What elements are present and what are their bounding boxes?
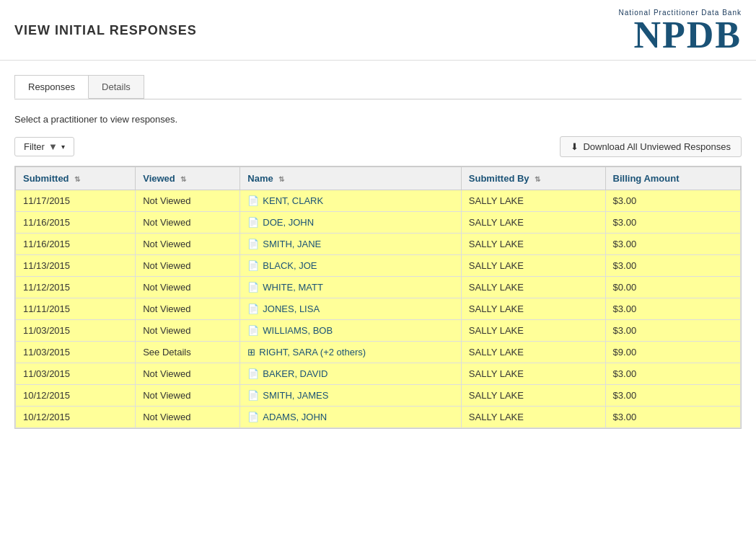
name-link[interactable]: 📄WILLIAMS, BOB — [247, 325, 453, 336]
filter-label: Filter — [24, 141, 45, 152]
download-label: Download All Unviewed Responses — [583, 141, 731, 152]
filter-button[interactable]: Filter ▼ ▾ — [14, 137, 74, 156]
cell-billing-amount: $3.00 — [605, 363, 740, 385]
cell-submitted: 11/03/2015 — [16, 342, 136, 363]
sort-viewed-icon: ⇅ — [180, 175, 186, 183]
npdb-big-text: NPDB — [633, 14, 742, 56]
col-submitted[interactable]: Submitted ⇅ — [16, 167, 136, 190]
cell-name[interactable]: 📄KENT, CLARK — [240, 190, 461, 212]
table-row[interactable]: 11/17/2015Not Viewed📄KENT, CLARKSALLY LA… — [16, 190, 741, 212]
cell-billing-amount: $3.00 — [605, 234, 740, 255]
cell-name[interactable]: 📄WHITE, MATT — [240, 277, 461, 298]
cell-billing-amount: $3.00 — [605, 255, 740, 277]
sort-submitted-icon: ⇅ — [74, 175, 80, 183]
name-link[interactable]: 📄BLACK, JOE — [247, 260, 453, 271]
cell-viewed: Not Viewed — [136, 320, 240, 342]
name-link[interactable]: 📄BAKER, DAVID — [247, 368, 453, 379]
cell-viewed: Not Viewed — [136, 363, 240, 385]
col-viewed[interactable]: Viewed ⇅ — [136, 167, 240, 190]
doc-icon: 📄 — [247, 303, 259, 314]
table-row[interactable]: 11/03/2015Not Viewed📄WILLIAMS, BOBSALLY … — [16, 320, 741, 342]
col-billing-amount[interactable]: Billing Amount — [605, 167, 740, 190]
cell-viewed: Not Viewed — [136, 255, 240, 277]
name-text: WILLIAMS, BOB — [263, 325, 333, 336]
cell-submitted-by: SALLY LAKE — [461, 385, 605, 407]
table-row[interactable]: 10/12/2015Not Viewed📄ADAMS, JOHNSALLY LA… — [16, 407, 741, 428]
table-row[interactable]: 11/12/2015Not Viewed📄WHITE, MATTSALLY LA… — [16, 277, 741, 298]
col-name[interactable]: Name ⇅ — [240, 167, 461, 190]
cell-billing-amount: $3.00 — [605, 298, 740, 320]
cell-submitted: 11/16/2015 — [16, 212, 136, 234]
cell-submitted: 11/17/2015 — [16, 190, 136, 212]
cell-name[interactable]: 📄SMITH, JANE — [240, 234, 461, 255]
name-text: JONES, LISA — [263, 303, 320, 314]
name-link[interactable]: ⊞RIGHT, SARA (+2 others) — [247, 347, 453, 358]
doc-icon: 📄 — [247, 282, 259, 293]
cell-viewed: Not Viewed — [136, 407, 240, 428]
doc-icon: 📄 — [247, 217, 259, 228]
table-row[interactable]: 11/03/2015Not Viewed📄BAKER, DAVIDSALLY L… — [16, 363, 741, 385]
name-link[interactable]: 📄SMITH, JAMES — [247, 390, 453, 401]
cell-name[interactable]: 📄BAKER, DAVID — [240, 363, 461, 385]
cell-submitted-by: SALLY LAKE — [461, 234, 605, 255]
table-row[interactable]: 11/13/2015Not Viewed📄BLACK, JOESALLY LAK… — [16, 255, 741, 277]
name-text: WHITE, MATT — [263, 282, 323, 293]
cell-viewed: Not Viewed — [136, 277, 240, 298]
table-row[interactable]: 11/16/2015Not Viewed📄DOE, JOHNSALLY LAKE… — [16, 212, 741, 234]
cell-viewed: Not Viewed — [136, 298, 240, 320]
cell-name[interactable]: 📄DOE, JOHN — [240, 212, 461, 234]
name-link[interactable]: 📄KENT, CLARK — [247, 195, 453, 206]
expand-icon: ⊞ — [247, 347, 255, 358]
cell-submitted: 11/12/2015 — [16, 277, 136, 298]
cell-name[interactable]: ⊞RIGHT, SARA (+2 others) — [240, 342, 461, 363]
instructions-text: Select a practitioner to view responses. — [14, 114, 742, 125]
cell-billing-amount: $0.00 — [605, 277, 740, 298]
caret-icon: ▾ — [61, 143, 65, 151]
name-link[interactable]: 📄DOE, JOHN — [247, 217, 453, 228]
cell-submitted-by: SALLY LAKE — [461, 320, 605, 342]
filter-icon: ▼ — [48, 141, 58, 152]
cell-viewed: Not Viewed — [136, 212, 240, 234]
cell-billing-amount: $3.00 — [605, 190, 740, 212]
cell-name[interactable]: 📄WILLIAMS, BOB — [240, 320, 461, 342]
page-title: VIEW INITIAL RESPONSES — [14, 9, 197, 38]
table-row[interactable]: 11/16/2015Not Viewed📄SMITH, JANESALLY LA… — [16, 234, 741, 255]
responses-table-wrapper[interactable]: Submitted ⇅ Viewed ⇅ Name ⇅ Submitted By… — [14, 166, 742, 429]
table-row[interactable]: 11/03/2015See Details⊞RIGHT, SARA (+2 ot… — [16, 342, 741, 363]
doc-icon: 📄 — [247, 239, 259, 249]
cell-viewed: Not Viewed — [136, 385, 240, 407]
tab-details[interactable]: Details — [88, 75, 144, 99]
cell-name[interactable]: 📄BLACK, JOE — [240, 255, 461, 277]
name-text: SMITH, JANE — [263, 239, 321, 249]
cell-billing-amount: $3.00 — [605, 212, 740, 234]
col-submitted-by[interactable]: Submitted By ⇅ — [461, 167, 605, 190]
name-link[interactable]: 📄WHITE, MATT — [247, 282, 453, 293]
cell-submitted: 11/03/2015 — [16, 320, 136, 342]
download-button[interactable]: ⬇ Download All Unviewed Responses — [560, 136, 742, 157]
cell-submitted: 10/12/2015 — [16, 407, 136, 428]
cell-submitted-by: SALLY LAKE — [461, 363, 605, 385]
cell-name[interactable]: 📄JONES, LISA — [240, 298, 461, 320]
cell-submitted-by: SALLY LAKE — [461, 212, 605, 234]
name-link[interactable]: 📄JONES, LISA — [247, 303, 453, 314]
sort-submittedby-icon: ⇅ — [535, 175, 540, 183]
name-link[interactable]: 📄ADAMS, JOHN — [247, 412, 453, 422]
name-text: DOE, JOHN — [263, 217, 314, 228]
cell-billing-amount: $3.00 — [605, 385, 740, 407]
table-row[interactable]: 10/12/2015Not Viewed📄SMITH, JAMESSALLY L… — [16, 385, 741, 407]
sort-name-icon: ⇅ — [278, 175, 284, 183]
table-row[interactable]: 11/11/2015Not Viewed📄JONES, LISASALLY LA… — [16, 298, 741, 320]
cell-billing-amount: $3.00 — [605, 320, 740, 342]
doc-icon: 📄 — [247, 412, 259, 422]
cell-name[interactable]: 📄SMITH, JAMES — [240, 385, 461, 407]
cell-submitted-by: SALLY LAKE — [461, 277, 605, 298]
name-link[interactable]: 📄SMITH, JANE — [247, 239, 453, 249]
cell-submitted-by: SALLY LAKE — [461, 190, 605, 212]
cell-submitted-by: SALLY LAKE — [461, 298, 605, 320]
cell-name[interactable]: 📄ADAMS, JOHN — [240, 407, 461, 428]
name-text: KENT, CLARK — [263, 195, 323, 206]
cell-submitted: 11/11/2015 — [16, 298, 136, 320]
tab-responses[interactable]: Responses — [14, 75, 89, 99]
cell-viewed: Not Viewed — [136, 234, 240, 255]
cell-billing-amount: $3.00 — [605, 407, 740, 428]
